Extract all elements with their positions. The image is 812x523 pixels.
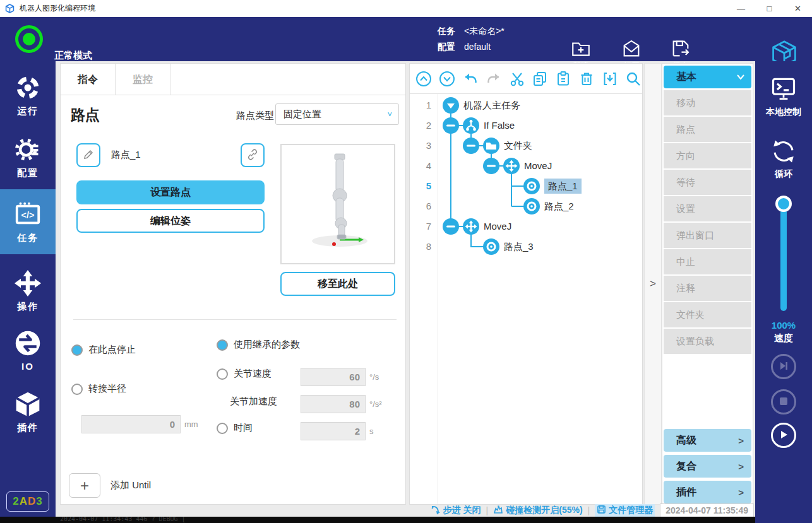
palette-group-plugin[interactable]: 插件> [664,481,751,503]
if-node-icon[interactable] [463,117,479,134]
file-manager-button[interactable]: 文件管理器 [595,504,655,517]
palette-item-wait[interactable]: 等待 [664,170,751,195]
edit-pose-button[interactable]: 编辑位姿 [76,209,265,233]
joint-speed-option[interactable]: 关节速度 [217,368,272,380]
time-option[interactable]: 时间 [217,422,253,434]
palette-item-abort[interactable]: 中止 [664,249,751,274]
waypoint-type-select[interactable]: 固定位置 ˅ [275,103,399,125]
sidebar-item-plugin[interactable]: 插件 [0,391,56,434]
cut-button[interactable] [508,70,526,88]
chevron-right-icon: > [738,487,744,498]
collapse-node-icon[interactable] [483,158,499,174]
collapse-node-icon[interactable] [443,117,459,134]
tree-row-label[interactable]: If False [484,115,515,136]
palette-item-payload[interactable]: 设置负载 [664,329,751,354]
step-button[interactable] [771,354,796,379]
tree-row-label[interactable]: MoveJ [484,216,511,237]
palette-item-folder[interactable]: 文件夹 [664,302,751,327]
sidebar-item-operate[interactable]: 操作 [0,269,56,313]
collapse-node-icon[interactable] [463,138,479,154]
speed-value: 100% [755,320,812,331]
palette-group-basic[interactable]: 基本 [664,66,751,88]
folder-node-icon[interactable] [483,138,499,154]
tree-row[interactable]: 8 路点_3 [410,237,642,257]
close-button[interactable]: ✕ [784,0,812,17]
blend-radius-input[interactable]: 0 [81,415,181,433]
palette-group-composite[interactable]: 复合> [664,455,751,478]
collapse-node-icon[interactable] [443,218,459,235]
collapse-button[interactable] [601,70,619,88]
maximize-button[interactable]: □ [755,0,784,17]
speed-slider-track[interactable] [780,204,787,311]
tree-row-label[interactable]: 路点_2 [544,196,574,216]
tree-row-label[interactable]: MoveJ [524,156,552,176]
waypoint-node-icon[interactable] [483,238,499,255]
play-button[interactable] [771,423,796,448]
tree-row[interactable]: 7 MoveJ [410,216,642,237]
tree-row-label[interactable]: 路点_1 [544,179,582,194]
joint-acc-input[interactable]: 80 [301,395,366,413]
palette-item-set[interactable]: 设置 [664,196,751,221]
move-up-button[interactable] [415,70,433,88]
tree-row[interactable]: 3 文件夹 [410,136,642,156]
step-mode-status[interactable]: 步进 关闭 [431,505,481,517]
move-down-button[interactable] [438,70,456,88]
sidebar-item-io[interactable]: IO [0,329,56,372]
minimize-button[interactable]: — [727,0,755,17]
palette-item-move[interactable]: 移动 [664,90,751,115]
loop-button[interactable]: 循环 [755,138,812,180]
palette-item-direction[interactable]: 方向 [664,143,751,168]
tree-row-label[interactable]: 机器人主任务 [463,95,520,115]
stop-at-point-option[interactable]: 在此点停止 [71,344,136,356]
paste-button[interactable] [554,70,572,88]
inherit-params-option[interactable]: 使用继承的参数 [217,339,300,351]
blend-radius-option[interactable]: 转接半径 [71,383,126,395]
tree-row-label[interactable]: 路点_3 [504,237,534,257]
delete-button[interactable] [578,70,595,88]
link-waypoint-button[interactable] [241,143,265,167]
sidebar-item-run[interactable]: 运行 [0,74,56,117]
copy-button[interactable] [532,70,549,88]
tree-row-label[interactable]: 文件夹 [504,136,532,156]
palette-item-waypoint[interactable]: 路点 [664,117,751,142]
local-control-button[interactable]: 本地控制 [755,75,812,118]
undo-button[interactable] [462,70,479,88]
movej-node-icon[interactable] [503,158,520,174]
rename-waypoint-button[interactable] [76,143,100,167]
waypoint-node-icon[interactable] [523,178,540,194]
blend-radius-radio[interactable] [71,384,83,395]
stop-button[interactable] [771,389,796,414]
tab-monitor[interactable]: 监控 [116,64,170,95]
set-waypoint-button[interactable]: 设置路点 [76,180,265,204]
sidebar-item-task[interactable]: </> 任务 [0,189,56,254]
palette-item-popup[interactable]: 弹出窗口 [664,223,751,248]
search-button[interactable] [624,70,642,88]
speed-slider-knob[interactable] [775,196,792,212]
palette-item-comment[interactable]: 注释 [664,276,751,301]
tree-row[interactable]: 1 机器人主任务 [410,95,642,115]
time-radio[interactable] [217,423,228,434]
move-here-button[interactable]: 移至此处 [280,272,395,296]
inherit-params-radio[interactable] [217,339,228,351]
stop-at-point-radio[interactable] [71,344,83,356]
redo-button[interactable] [485,70,503,88]
tree-row[interactable]: 2 If False [410,115,642,136]
waypoint-node-icon[interactable] [523,198,540,214]
plus-icon: + [80,477,89,495]
add-until-button[interactable]: + [69,473,100,498]
tree-row-selected[interactable]: 5 路点_1 [410,176,642,196]
joint-speed-input[interactable]: 60 [301,368,366,386]
open-file-icon [611,38,652,59]
tab-instruction[interactable]: 指令 [61,64,116,95]
sidebar-item-config[interactable]: 配置 [0,136,56,179]
tree-row[interactable]: 6 路点_2 [410,196,642,216]
tree-row[interactable]: 4 MoveJ [410,156,642,176]
palette-expander[interactable]: > [644,63,662,505]
time-input[interactable]: 2 [301,422,366,440]
left-sidebar: 运行 配置 </> 任务 操作 IO 插件 2AD3 [0,61,56,517]
movej-node-icon[interactable] [463,218,479,235]
collision-detect-status[interactable]: 碰撞检测开启(55%) [493,505,582,517]
joint-speed-radio[interactable] [217,368,228,380]
palette-group-advanced[interactable]: 高级> [664,429,751,452]
caret-down-icon[interactable] [443,97,459,114]
